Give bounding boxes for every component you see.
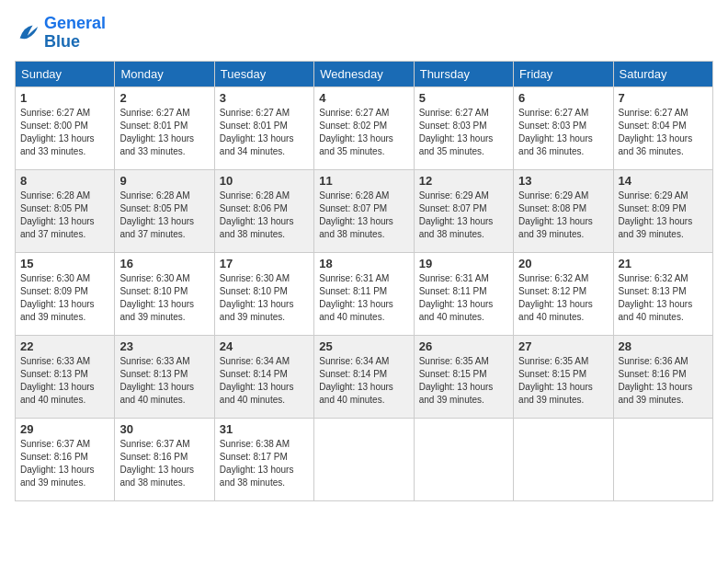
day-number: 29: [20, 422, 109, 436]
day-info: Sunrise: 6:27 AM Sunset: 8:03 PM Dayligh…: [518, 107, 608, 158]
day-number: 12: [419, 174, 508, 188]
day-number: 17: [220, 257, 309, 270]
calendar-day-cell: [613, 418, 712, 500]
calendar-day-cell: 19 Sunrise: 6:31 AM Sunset: 8:11 PM Dayl…: [414, 252, 513, 335]
day-info: Sunrise: 6:37 AM Sunset: 8:16 PM Dayligh…: [119, 438, 209, 489]
calendar-day-cell: 27 Sunrise: 6:35 AM Sunset: 8:15 PM Dayl…: [514, 335, 613, 418]
calendar-day-cell: [314, 418, 414, 500]
day-info: Sunrise: 6:27 AM Sunset: 8:01 PM Dayligh…: [220, 107, 309, 158]
calendar-day-cell: 7 Sunrise: 6:27 AM Sunset: 8:04 PM Dayli…: [613, 86, 712, 169]
calendar-day-cell: 12 Sunrise: 6:29 AM Sunset: 8:07 PM Dayl…: [414, 169, 513, 252]
day-number: 25: [319, 339, 408, 353]
day-info: Sunrise: 6:33 AM Sunset: 8:13 PM Dayligh…: [119, 355, 209, 407]
calendar-day-cell: 30 Sunrise: 6:37 AM Sunset: 8:16 PM Dayl…: [115, 418, 214, 500]
day-info: Sunrise: 6:38 AM Sunset: 8:17 PM Dayligh…: [220, 438, 309, 489]
day-info: Sunrise: 6:35 AM Sunset: 8:15 PM Dayligh…: [518, 355, 608, 407]
calendar-day-cell: 28 Sunrise: 6:36 AM Sunset: 8:16 PM Dayl…: [613, 335, 712, 418]
day-info: Sunrise: 6:33 AM Sunset: 8:13 PM Dayligh…: [20, 355, 109, 407]
day-info: Sunrise: 6:30 AM Sunset: 8:09 PM Dayligh…: [20, 272, 109, 324]
day-number: 26: [419, 339, 508, 353]
calendar-day-cell: 15 Sunrise: 6:30 AM Sunset: 8:09 PM Dayl…: [16, 252, 115, 335]
calendar-day-cell: 16 Sunrise: 6:30 AM Sunset: 8:10 PM Dayl…: [115, 252, 214, 335]
day-info: Sunrise: 6:31 AM Sunset: 8:11 PM Dayligh…: [319, 272, 408, 324]
day-number: 28: [619, 339, 708, 353]
calendar-day-cell: 3 Sunrise: 6:27 AM Sunset: 8:01 PM Dayli…: [214, 86, 313, 169]
day-number: 20: [518, 257, 608, 270]
calendar-week-row: 22 Sunrise: 6:33 AM Sunset: 8:13 PM Dayl…: [16, 335, 713, 418]
calendar-day-cell: 29 Sunrise: 6:37 AM Sunset: 8:16 PM Dayl…: [16, 418, 115, 500]
day-number: 2: [119, 91, 209, 105]
calendar-day-cell: 2 Sunrise: 6:27 AM Sunset: 8:01 PM Dayli…: [115, 86, 214, 169]
calendar-day-cell: 26 Sunrise: 6:35 AM Sunset: 8:15 PM Dayl…: [414, 335, 513, 418]
calendar-day-cell: 1 Sunrise: 6:27 AM Sunset: 8:00 PM Dayli…: [16, 86, 115, 169]
day-number: 23: [119, 339, 209, 353]
day-info: Sunrise: 6:27 AM Sunset: 8:02 PM Dayligh…: [319, 107, 408, 158]
day-number: 3: [220, 91, 309, 105]
day-of-week-header: Thursday: [414, 61, 513, 86]
day-of-week-header: Sunday: [16, 61, 115, 86]
calendar-day-cell: 10 Sunrise: 6:28 AM Sunset: 8:06 PM Dayl…: [214, 169, 313, 252]
calendar-day-cell: 17 Sunrise: 6:30 AM Sunset: 8:10 PM Dayl…: [214, 252, 313, 335]
day-of-week-header: Tuesday: [214, 61, 313, 86]
day-info: Sunrise: 6:29 AM Sunset: 8:09 PM Dayligh…: [619, 190, 708, 241]
day-info: Sunrise: 6:28 AM Sunset: 8:06 PM Dayligh…: [220, 190, 309, 241]
day-info: Sunrise: 6:28 AM Sunset: 8:05 PM Dayligh…: [20, 190, 109, 241]
day-info: Sunrise: 6:30 AM Sunset: 8:10 PM Dayligh…: [119, 272, 209, 324]
calendar-day-cell: 23 Sunrise: 6:33 AM Sunset: 8:13 PM Dayl…: [115, 335, 214, 418]
day-info: Sunrise: 6:27 AM Sunset: 8:01 PM Dayligh…: [119, 107, 209, 158]
day-number: 15: [20, 257, 109, 270]
calendar-header-row: SundayMondayTuesdayWednesdayThursdayFrid…: [16, 61, 713, 86]
calendar-day-cell: 20 Sunrise: 6:32 AM Sunset: 8:12 PM Dayl…: [514, 252, 613, 335]
day-info: Sunrise: 6:28 AM Sunset: 8:05 PM Dayligh…: [119, 190, 209, 241]
calendar-day-cell: 8 Sunrise: 6:28 AM Sunset: 8:05 PM Dayli…: [16, 169, 115, 252]
day-number: 11: [319, 174, 408, 188]
day-info: Sunrise: 6:32 AM Sunset: 8:12 PM Dayligh…: [518, 272, 608, 324]
day-number: 9: [119, 174, 209, 188]
calendar-day-cell: 25 Sunrise: 6:34 AM Sunset: 8:14 PM Dayl…: [314, 335, 414, 418]
calendar-day-cell: 18 Sunrise: 6:31 AM Sunset: 8:11 PM Dayl…: [314, 252, 414, 335]
calendar-week-row: 1 Sunrise: 6:27 AM Sunset: 8:00 PM Dayli…: [16, 86, 713, 169]
calendar-day-cell: 5 Sunrise: 6:27 AM Sunset: 8:03 PM Dayli…: [414, 86, 513, 169]
day-of-week-header: Friday: [514, 61, 613, 86]
day-info: Sunrise: 6:29 AM Sunset: 8:08 PM Dayligh…: [518, 190, 608, 241]
day-info: Sunrise: 6:31 AM Sunset: 8:11 PM Dayligh…: [419, 272, 508, 324]
day-number: 21: [619, 257, 708, 270]
logo-icon: [15, 20, 40, 46]
calendar-day-cell: [514, 418, 613, 500]
calendar-week-row: 29 Sunrise: 6:37 AM Sunset: 8:16 PM Dayl…: [16, 418, 713, 500]
day-number: 14: [619, 174, 708, 188]
day-of-week-header: Wednesday: [314, 61, 414, 86]
day-number: 10: [220, 174, 309, 188]
day-number: 31: [220, 422, 309, 436]
day-number: 13: [518, 174, 608, 188]
day-info: Sunrise: 6:27 AM Sunset: 8:04 PM Dayligh…: [619, 107, 708, 158]
calendar-table: SundayMondayTuesdayWednesdayThursdayFrid…: [15, 61, 713, 501]
day-info: Sunrise: 6:27 AM Sunset: 8:00 PM Dayligh…: [20, 107, 109, 158]
day-info: Sunrise: 6:35 AM Sunset: 8:15 PM Dayligh…: [419, 355, 508, 407]
day-number: 22: [20, 339, 109, 353]
day-number: 19: [419, 257, 508, 270]
day-number: 18: [319, 257, 408, 270]
calendar-day-cell: 24 Sunrise: 6:34 AM Sunset: 8:14 PM Dayl…: [214, 335, 313, 418]
day-info: Sunrise: 6:27 AM Sunset: 8:03 PM Dayligh…: [419, 107, 508, 158]
day-info: Sunrise: 6:29 AM Sunset: 8:07 PM Dayligh…: [419, 190, 508, 241]
day-number: 6: [518, 91, 608, 105]
calendar-day-cell: 31 Sunrise: 6:38 AM Sunset: 8:17 PM Dayl…: [214, 418, 313, 500]
calendar-day-cell: 14 Sunrise: 6:29 AM Sunset: 8:09 PM Dayl…: [613, 169, 712, 252]
calendar-day-cell: [414, 418, 513, 500]
day-info: Sunrise: 6:36 AM Sunset: 8:16 PM Dayligh…: [619, 355, 708, 407]
day-number: 16: [119, 257, 209, 270]
calendar-week-row: 8 Sunrise: 6:28 AM Sunset: 8:05 PM Dayli…: [16, 169, 713, 252]
day-number: 24: [220, 339, 309, 353]
day-number: 8: [20, 174, 109, 188]
day-number: 1: [20, 91, 109, 105]
day-of-week-header: Monday: [115, 61, 214, 86]
calendar-day-cell: 13 Sunrise: 6:29 AM Sunset: 8:08 PM Dayl…: [514, 169, 613, 252]
day-number: 7: [619, 91, 708, 105]
day-of-week-header: Saturday: [613, 61, 712, 86]
day-number: 27: [518, 339, 608, 353]
day-info: Sunrise: 6:30 AM Sunset: 8:10 PM Dayligh…: [220, 272, 309, 324]
calendar-day-cell: 4 Sunrise: 6:27 AM Sunset: 8:02 PM Dayli…: [314, 86, 414, 169]
calendar-day-cell: 9 Sunrise: 6:28 AM Sunset: 8:05 PM Dayli…: [115, 169, 214, 252]
day-info: Sunrise: 6:28 AM Sunset: 8:07 PM Dayligh…: [319, 190, 408, 241]
